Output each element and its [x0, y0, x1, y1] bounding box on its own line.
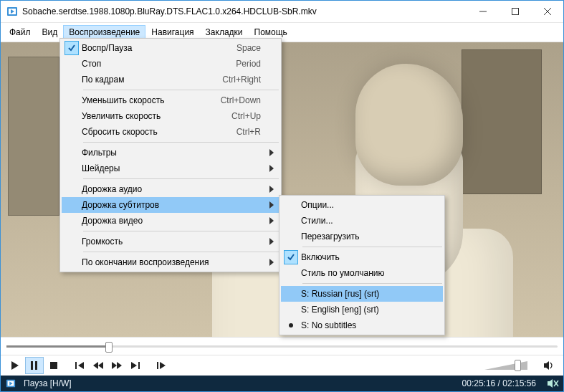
- menu-label: По кадрам: [82, 75, 222, 85]
- menu-row[interactable]: Опции...: [281, 197, 443, 213]
- menu-label: По окончании воспроизведения: [82, 257, 265, 267]
- menu-row[interactable]: Фильтры: [62, 145, 279, 161]
- menu-row[interactable]: Дорожка видео: [62, 213, 279, 229]
- menu-row[interactable]: Сбросить скоростьCtrl+R: [62, 124, 279, 140]
- menu-row[interactable]: СтопPeriod: [62, 56, 279, 72]
- mute-icon[interactable]: [548, 378, 559, 388]
- menu-row[interactable]: S: No subtitles: [281, 317, 443, 333]
- menu-row[interactable]: По окончании воспроизведения: [62, 254, 279, 270]
- menu-accelerator: Ctrl+Up: [231, 111, 265, 121]
- window-title: Sobache.serdtse.1988.1080p.BluRay.DTS.FL…: [22, 6, 467, 16]
- menu-row[interactable]: Громкость: [62, 234, 279, 249]
- menu-separator: [83, 142, 279, 143]
- menu-row[interactable]: Стили...: [281, 213, 443, 229]
- menu-accelerator: Space: [236, 43, 265, 53]
- svg-marker-34: [269, 259, 274, 266]
- svg-rect-8: [31, 361, 33, 370]
- menu-accelerator: Period: [236, 59, 265, 69]
- svg-marker-25: [548, 379, 553, 388]
- skip-forward-button[interactable]: [127, 358, 144, 373]
- svg-marker-17: [131, 362, 137, 369]
- app-window: Sobache.serdtse.1988.1080p.BluRay.DTS.FL…: [0, 0, 564, 392]
- menu-item[interactable]: Закладки: [200, 25, 249, 39]
- status-app-icon: [5, 378, 16, 389]
- menu-item[interactable]: Навигация: [145, 25, 199, 39]
- svg-marker-12: [78, 362, 84, 369]
- svg-rect-4: [512, 9, 518, 15]
- frame-step-button[interactable]: [153, 358, 170, 373]
- volume-icon[interactable]: [540, 358, 558, 373]
- svg-marker-14: [98, 362, 103, 369]
- menu-label: Увеличить скорость: [82, 111, 231, 121]
- menu-accelerator: Ctrl+Down: [221, 95, 265, 105]
- status-time: 00:25:16 / 02:15:56: [462, 378, 536, 388]
- playback-menu[interactable]: Воспр/ПаузаSpaceСтопPeriodПо кадрамCtrl+…: [59, 38, 282, 272]
- menu-row[interactable]: S: Russian [rus] (srt): [281, 286, 443, 302]
- svg-rect-18: [138, 362, 140, 369]
- submenu-arrow-icon: [269, 217, 274, 224]
- menu-separator: [83, 252, 279, 252]
- menu-row[interactable]: S: English [eng] (srt): [281, 302, 443, 317]
- svg-rect-19: [157, 362, 158, 369]
- submenu-arrow-icon: [269, 149, 274, 156]
- menu-row[interactable]: Включить: [281, 249, 443, 265]
- svg-marker-30: [269, 186, 274, 193]
- skip-back-button[interactable]: [71, 358, 88, 373]
- pause-button[interactable]: [25, 357, 44, 374]
- svg-rect-9: [35, 361, 37, 370]
- menu-label: Шейдеры: [82, 163, 265, 173]
- seek-thumb[interactable]: [105, 342, 113, 353]
- menu-row[interactable]: Перезагрузить: [281, 229, 443, 244]
- svg-marker-13: [93, 362, 98, 369]
- menu-row[interactable]: Шейдеры: [62, 161, 279, 176]
- close-button[interactable]: [531, 1, 563, 22]
- menu-separator: [83, 90, 279, 90]
- seek-bar[interactable]: [1, 337, 563, 355]
- menu-separator: [302, 283, 442, 284]
- svg-marker-28: [269, 149, 274, 156]
- menu-label: Громкость: [82, 236, 265, 247]
- menu-row[interactable]: Дорожка аудио: [62, 181, 279, 197]
- menu-item[interactable]: Помощь: [249, 25, 293, 39]
- menu-label: Сбросить скорость: [82, 127, 236, 137]
- svg-marker-33: [269, 238, 274, 245]
- menu-row[interactable]: Стиль по умолчанию: [281, 265, 443, 281]
- menu-row[interactable]: Воспр/ПаузаSpace: [62, 40, 279, 56]
- menu-item[interactable]: Файл: [4, 25, 37, 39]
- status-text: Пауза [H/W]: [24, 378, 455, 388]
- menu-label: Стили...: [301, 216, 429, 226]
- time-current: 00:25:16: [462, 378, 496, 388]
- stop-button[interactable]: [45, 358, 62, 373]
- menu-item[interactable]: Вид: [37, 25, 64, 39]
- menu-label: Воспр/Пауза: [82, 43, 236, 53]
- menu-label: Опции...: [301, 200, 429, 210]
- volume-thumb[interactable]: [515, 360, 521, 371]
- menu-label: Стоп: [82, 59, 236, 69]
- menu-row[interactable]: Дорожка субтитров: [62, 197, 279, 213]
- menu-row[interactable]: Уменьшить скоростьCtrl+Down: [62, 92, 279, 108]
- playback-controls: [1, 355, 563, 376]
- minimize-button[interactable]: [467, 1, 499, 22]
- check-icon: [64, 41, 79, 55]
- rewind-button[interactable]: [90, 358, 107, 373]
- seek-fill: [6, 345, 108, 348]
- menu-row[interactable]: По кадрамCtrl+Right: [62, 72, 279, 87]
- submenu-arrow-icon: [269, 186, 274, 193]
- play-button[interactable]: [6, 358, 24, 373]
- forward-button[interactable]: [108, 358, 125, 373]
- menu-label: Включить: [301, 252, 429, 262]
- menu-item[interactable]: Воспроизведение: [63, 25, 145, 39]
- menu-row[interactable]: Увеличить скоростьCtrl+Up: [62, 108, 279, 124]
- seek-track[interactable]: [6, 345, 558, 348]
- subtitle-track-submenu[interactable]: Опции...Стили...ПерезагрузитьВключитьСти…: [279, 195, 445, 335]
- menu-label: S: English [eng] (srt): [301, 305, 429, 315]
- menu-label: Дорожка субтитров: [82, 200, 265, 210]
- submenu-arrow-icon: [269, 259, 274, 266]
- svg-rect-11: [75, 362, 77, 369]
- svg-marker-29: [269, 165, 274, 172]
- maximize-button[interactable]: [499, 1, 531, 22]
- submenu-arrow-icon: [269, 165, 274, 172]
- volume-slider[interactable]: [484, 363, 535, 368]
- status-bar: Пауза [H/W] 00:25:16 / 02:15:56: [1, 376, 563, 391]
- menu-separator: [83, 178, 279, 179]
